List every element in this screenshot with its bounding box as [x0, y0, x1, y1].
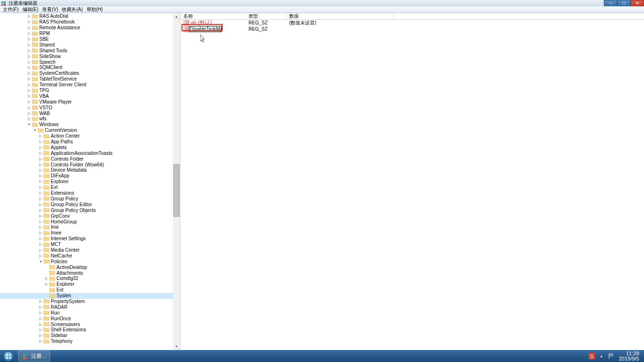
taskbar-item-regedit[interactable]: 注册... — [18, 350, 50, 362]
tree-expander-icon[interactable]: ▷ — [27, 14, 31, 18]
tree-expander-icon[interactable]: ▷ — [38, 202, 43, 207]
tree-expander-icon[interactable]: ▷ — [27, 65, 31, 70]
tree-item[interactable]: ▷RunOnce — [0, 315, 180, 321]
tree-item[interactable]: ▷RAS AutoDial — [0, 13, 180, 19]
tree-expander-icon[interactable] — [44, 265, 48, 269]
tree-item[interactable]: ▷SideShow — [0, 53, 180, 59]
taskbar-clock[interactable]: 11:28 2019/9/5 — [616, 351, 642, 362]
tree-item[interactable]: ▷RADAR — [0, 304, 180, 310]
tree-item[interactable]: ▷TPG — [0, 88, 180, 93]
tree-expander-icon[interactable]: ▷ — [27, 117, 31, 121]
tree-expander-icon[interactable]: ▷ — [27, 54, 31, 58]
tree-expander-icon[interactable]: ▷ — [27, 105, 31, 110]
tree-expander-icon[interactable]: ▷ — [38, 191, 43, 195]
tree-expander-icon[interactable]: ▷ — [38, 140, 43, 144]
tree-expander-icon[interactable]: ▷ — [27, 37, 31, 41]
window-titlebar[interactable]: 注册表编辑器 ─ □ ✕ — [0, 0, 644, 6]
tree-expander-icon[interactable]: ▷ — [27, 43, 31, 47]
tree-item[interactable]: ActiveDesktop — [0, 264, 180, 270]
tree-item[interactable]: Systen — [0, 293, 180, 299]
tree-item[interactable]: ▾Windows — [0, 122, 180, 128]
tree-item[interactable]: ▷Action Center — [0, 133, 180, 139]
tree-item[interactable]: ▷Group Policy Editor — [0, 201, 180, 207]
tree-pane[interactable]: ▷RAS AutoDial▷RAS Phonebook▷Remote Assis… — [0, 13, 181, 350]
tree-expander-icon[interactable]: ▷ — [38, 305, 43, 309]
tree-item[interactable]: ▷Speech — [0, 59, 180, 65]
scroll-down-button[interactable]: ▼ — [173, 343, 180, 350]
tree-expander-icon[interactable]: ▷ — [27, 82, 31, 87]
close-button[interactable]: ✕ — [631, 0, 644, 6]
tray-up-icon[interactable]: ▴ — [598, 353, 605, 360]
menu-file[interactable]: 文件(F) — [1, 6, 21, 13]
tree-expander-icon[interactable]: ▷ — [38, 151, 43, 155]
menu-favorites[interactable]: 收藏夹(A) — [60, 6, 84, 13]
tree-expander-icon[interactable]: ▷ — [27, 111, 31, 116]
tree-item[interactable]: ▷Ime — [0, 224, 180, 230]
tree-expander-icon[interactable]: ▷ — [38, 322, 43, 327]
tree-expander-icon[interactable]: ▷ — [38, 311, 43, 315]
tree-expander-icon[interactable]: ▷ — [38, 327, 43, 332]
tree-item[interactable]: ▷App Paths — [0, 139, 180, 145]
tree-item[interactable]: ▷Explorer — [0, 281, 180, 287]
tree-item[interactable]: ▷Shared Tools — [0, 47, 180, 53]
tree-expander-icon[interactable]: ▷ — [38, 231, 43, 235]
scroll-up-button[interactable]: ▲ — [173, 13, 180, 20]
tree-item[interactable]: ▾Policies — [0, 258, 180, 264]
tree-item[interactable]: Attachments — [0, 270, 180, 276]
tree-expander-icon[interactable]: ▷ — [38, 333, 43, 338]
tree-item[interactable]: ▷Run — [0, 310, 180, 315]
column-data[interactable]: 数据 — [286, 13, 394, 19]
tree-expander-icon[interactable]: ▷ — [38, 254, 43, 258]
tree-item[interactable]: ▷wfs — [0, 116, 180, 122]
tree-expander-icon[interactable]: ▷ — [38, 174, 43, 178]
tree-item[interactable]: ▷MCT — [0, 242, 180, 247]
tree-expander-icon[interactable]: ▾ — [27, 122, 31, 127]
tree-expander-icon[interactable]: ▷ — [27, 100, 31, 104]
maximize-button[interactable]: □ — [617, 0, 631, 6]
tree-expander-icon[interactable]: ▷ — [38, 299, 43, 304]
tree-expander-icon[interactable]: ▷ — [38, 163, 43, 167]
tree-expander-icon[interactable]: ▷ — [27, 94, 31, 98]
list-row[interactable]: ab REG_SZ — [181, 26, 644, 32]
tree-expander-icon[interactable] — [44, 288, 48, 292]
tree-item[interactable]: ▷Group Policy Objects — [0, 207, 180, 213]
tree-item[interactable]: ▷SBE — [0, 36, 180, 42]
tree-expander-icon[interactable]: ▷ — [27, 31, 31, 35]
tree-expander-icon[interactable]: ▷ — [38, 197, 43, 201]
tree-expander-icon[interactable]: ▷ — [38, 168, 43, 172]
tree-expander-icon[interactable]: ▷ — [38, 185, 43, 189]
tree-expander-icon[interactable] — [44, 271, 48, 275]
tree-item[interactable]: ▷Internet Settings — [0, 236, 180, 242]
list-row[interactable]: ab ab (默认) REG_SZ (数值未设置) — [181, 20, 644, 26]
tree-expander-icon[interactable]: ▷ — [44, 276, 48, 280]
tree-item[interactable]: ▷Imee — [0, 230, 180, 236]
list-pane[interactable]: 名称 类型 数据 ab ab (默认) REG_SZ (数值未设置) — [181, 13, 644, 350]
tree-item[interactable]: ▷WAB — [0, 110, 180, 116]
tree-item[interactable]: ▷Ext — [0, 185, 180, 190]
tree-expander-icon[interactable]: ▷ — [27, 20, 31, 24]
tree-expander-icon[interactable]: ▷ — [38, 220, 43, 224]
tree-expander-icon[interactable]: ▷ — [38, 339, 43, 343]
tree-item[interactable]: ▷PropertySystem — [0, 299, 180, 304]
column-type[interactable]: 类型 — [246, 13, 286, 19]
tree-item[interactable]: ▷SystemCertificates — [0, 70, 180, 76]
tree-expander-icon[interactable]: ▷ — [27, 71, 31, 75]
start-button[interactable] — [0, 350, 17, 362]
tree-item[interactable]: ▷Media Center — [0, 247, 180, 253]
tree-expander-icon[interactable]: ▷ — [27, 77, 31, 81]
tree-item[interactable]: ▷VSTO — [0, 105, 180, 110]
taskbar[interactable]: 注册... S ▴ 11:28 2019/9/5 — [0, 350, 644, 362]
tree-item[interactable]: ▷RAS Phonebook — [0, 19, 180, 25]
tree-item[interactable]: ▷VBA — [0, 93, 180, 99]
tree-item[interactable]: ▷NetCache — [0, 253, 180, 258]
tree-item[interactable]: ▷RPM — [0, 31, 180, 36]
tree-item[interactable]: ▷Controls Folder — [0, 156, 180, 162]
tree-item[interactable]: ▷Sidebar — [0, 333, 180, 339]
tree-expander-icon[interactable]: ▷ — [27, 60, 31, 64]
tree-item[interactable]: ▷Shared — [0, 42, 180, 47]
tree-expander-icon[interactable]: ▷ — [44, 282, 48, 286]
tree-expander-icon[interactable]: ▷ — [38, 316, 43, 321]
tree-expander-icon[interactable]: ▷ — [27, 88, 31, 93]
tree-item[interactable]: ▷SQMClient — [0, 65, 180, 70]
tree-expander-icon[interactable]: ▷ — [38, 145, 43, 150]
